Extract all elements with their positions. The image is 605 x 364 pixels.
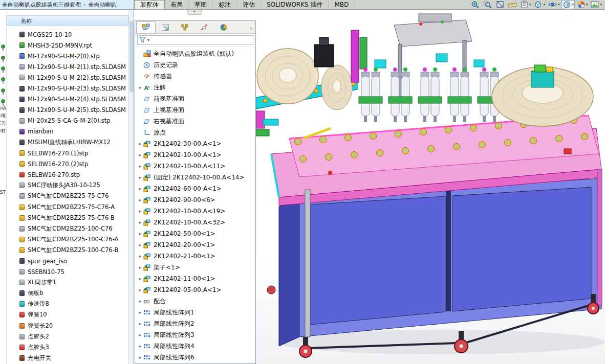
expand-arrow-icon[interactable]: ▸ bbox=[137, 175, 143, 180]
file-item[interactable]: MI-12x90-S-U-M-2(0).stp bbox=[7, 51, 129, 61]
expand-arrow-icon[interactable]: ▸ bbox=[137, 287, 143, 292]
file-item[interactable]: SELBW16-270.stp bbox=[7, 169, 129, 180]
file-item[interactable]: 侧板b bbox=[7, 288, 129, 299]
displaymanager-tab[interactable] bbox=[214, 21, 233, 33]
expand-arrow-icon[interactable]: ▸ bbox=[137, 164, 143, 169]
fm-pane-expand-icon[interactable]: › bbox=[250, 25, 255, 33]
tree-filter-box[interactable]: ▾ bbox=[137, 35, 253, 45]
appearance-icon[interactable]: ▾ bbox=[576, 0, 589, 9]
file-item[interactable]: 传送带8 bbox=[7, 299, 129, 309]
breadcrumb-item[interactable]: 全自动喇叭点胶组装机三维套图 bbox=[2, 1, 81, 9]
file-item[interactable]: SMC气缸CDM2BZ25-75-C76-A bbox=[7, 202, 129, 213]
expand-arrow-icon[interactable]: ▸ bbox=[137, 321, 143, 326]
breadcrumb[interactable]: 全自动喇叭点胶组装机三维套图 › 全自动喇叭 bbox=[0, 0, 134, 9]
tree-item[interactable]: ▸2K12402-20-00<1> bbox=[135, 239, 255, 251]
file-item[interactable]: SMC浮动接头JA30-10-125 bbox=[7, 180, 129, 191]
expand-arrow-icon[interactable]: ▸ bbox=[137, 310, 143, 315]
expand-arrow-icon[interactable]: ▸ bbox=[137, 332, 143, 337]
expand-arrow-icon[interactable]: ▸ bbox=[137, 265, 143, 270]
tree-item[interactable]: ▸局部线性阵列1 bbox=[135, 307, 255, 318]
ribbon-tab-布局[interactable]: 布局 bbox=[165, 0, 189, 9]
file-item[interactable]: SMC气缸CDM2BZ25-75-C76 bbox=[7, 191, 129, 201]
tree-item[interactable]: ▸2K12402-10-00.A<19> bbox=[135, 206, 255, 217]
expand-arrow-icon[interactable]: ▸ bbox=[137, 242, 143, 247]
zoom-area-icon[interactable] bbox=[482, 0, 493, 9]
tree-item[interactable]: ▸(固定) 2K12402-10-00.A<14> bbox=[135, 172, 255, 183]
expand-arrow-icon[interactable]: ▸ bbox=[137, 141, 143, 146]
file-item[interactable]: spur gear_iso bbox=[7, 256, 129, 266]
file-item[interactable]: mianban bbox=[7, 126, 129, 137]
tree-item[interactable]: ▸局部线性阵列6 bbox=[135, 352, 255, 363]
tree-item[interactable]: ▸局部线性阵列3 bbox=[135, 329, 255, 340]
expand-arrow-icon[interactable]: ▸ bbox=[137, 254, 143, 259]
expand-arrow-icon[interactable]: ▸ bbox=[137, 299, 143, 304]
file-item[interactable]: MI-12x90-S-U-M-2(3).stp.SLDASM bbox=[7, 83, 129, 94]
name-column-header[interactable]: 名称 bbox=[7, 15, 128, 26]
filter-funnel-icon[interactable] bbox=[139, 35, 146, 45]
file-item[interactable]: SSEBN10-75 bbox=[7, 266, 129, 277]
measure-icon[interactable] bbox=[507, 0, 518, 9]
tree-item[interactable]: 上视基准面 bbox=[135, 104, 255, 116]
tree-item[interactable]: ▸架子<1> bbox=[135, 262, 255, 273]
expand-arrow-icon[interactable]: ▸ bbox=[137, 152, 143, 157]
file-item[interactable]: SELBW16-270.(1)stp bbox=[7, 148, 129, 158]
expand-arrow-icon[interactable]: ▸ bbox=[137, 186, 143, 191]
propertymanager-tab[interactable] bbox=[156, 21, 175, 33]
tree-item-partial[interactable]: ▸ bbox=[135, 363, 255, 363]
tree-item[interactable]: ▸2K12402-30-00.A<1> bbox=[135, 138, 255, 149]
tree-item[interactable]: 传感器 bbox=[135, 71, 255, 82]
tree-item[interactable]: ▸2K12402-21-00<1> bbox=[135, 251, 255, 262]
file-item[interactable]: 弹簧10 bbox=[7, 309, 129, 320]
file-item[interactable]: SMC气缸CDM2BZ25-100-C76-B bbox=[7, 245, 129, 256]
tree-item[interactable]: ▸局部线性阵列2 bbox=[135, 318, 255, 329]
tree-item[interactable]: ▸2K12402-10-00.A<1> bbox=[135, 149, 255, 161]
file-item[interactable]: 弹簧长20 bbox=[7, 321, 129, 331]
file-item[interactable]: MI-12x90-S-U-M-2(1).stp.SLDASM bbox=[7, 61, 129, 72]
tree-item[interactable]: ▸配合 bbox=[135, 295, 255, 307]
scrollbar-thumb[interactable] bbox=[129, 21, 134, 93]
file-item[interactable]: SMC气缸CDM2BZ25-75-C76-B bbox=[7, 213, 129, 223]
file-item[interactable]: SMC气缸CDM2BZ25-100-C76-A bbox=[7, 234, 129, 245]
tree-item[interactable]: ▸2K12402-90-00<6> bbox=[135, 194, 255, 206]
tree-item[interactable]: ▸2K12402-50-00<1> bbox=[135, 228, 255, 239]
file-item[interactable]: MI-12x90-S-U-M-2(2).stp.SLDASM bbox=[7, 72, 129, 83]
file-item[interactable]: MHSH3-25D-M9NV.rpt bbox=[7, 40, 129, 51]
tree-item[interactable]: 历史记录 bbox=[135, 59, 255, 71]
breadcrumb-item[interactable]: 全自动喇叭 bbox=[88, 1, 116, 9]
file-item[interactable]: SELBW16-270.(2)stp bbox=[7, 158, 129, 169]
section-view-icon[interactable] bbox=[494, 0, 505, 9]
file-item[interactable]: 光电开关 bbox=[7, 353, 129, 363]
ribbon-tab-MBD[interactable]: MBD bbox=[329, 0, 355, 9]
tree-item[interactable]: ▸A注解 bbox=[135, 82, 255, 93]
ribbon-tab-SOLIDWORKS 插件[interactable]: SOLIDWORKS 插件 bbox=[261, 0, 329, 9]
tree-item[interactable]: 前视基准面 bbox=[135, 93, 255, 104]
expand-arrow-icon[interactable]: ▸ bbox=[137, 85, 143, 90]
expand-arrow-icon[interactable]: ▸ bbox=[137, 276, 143, 281]
featuremanager-tree-tab[interactable] bbox=[136, 21, 156, 33]
file-item[interactable]: MI-12x90-S-U-M-2(4).stp.SLDASM bbox=[7, 94, 129, 105]
expand-arrow-icon[interactable]: ▸ bbox=[137, 344, 143, 349]
file-item[interactable]: 点胶头2 bbox=[7, 331, 129, 342]
view-orientation-icon[interactable]: ▾ bbox=[533, 0, 546, 9]
file-item[interactable]: MISUMI直线轴承LHIRW-MX12 bbox=[7, 137, 129, 148]
file-item[interactable]: XL同步带1 bbox=[7, 277, 129, 288]
tree-item[interactable]: ▸局部线性阵列4 bbox=[135, 340, 255, 352]
expand-arrow-icon[interactable]: ▸ bbox=[137, 197, 143, 202]
expand-arrow-icon[interactable]: ▸ bbox=[137, 220, 143, 225]
ribbon-tab-评估[interactable]: 评估 bbox=[237, 0, 261, 9]
tree-item[interactable]: 右视基准面 bbox=[135, 116, 255, 127]
file-item[interactable]: MCGS25-10-10 bbox=[7, 29, 129, 40]
tree-item[interactable]: 原点 bbox=[135, 127, 255, 138]
ribbon-pin-handle-icon[interactable]: ▾ bbox=[187, 10, 202, 15]
tree-item[interactable]: ▸2K12402-10-00.A<11> bbox=[135, 161, 255, 172]
ribbon-tab-装配体[interactable]: 装配体 bbox=[134, 0, 165, 9]
scene-icon[interactable]: ▾ bbox=[590, 0, 602, 9]
hide-show-icon[interactable]: ▾ bbox=[547, 0, 560, 9]
ribbon-tab-草图[interactable]: 草图 bbox=[189, 0, 213, 9]
file-item[interactable]: SMC气缸CDM2BZ25-100-C76 bbox=[7, 223, 129, 234]
clipboard-icon[interactable]: ▾ bbox=[520, 0, 532, 9]
tree-item[interactable]: ▸2K12402-11-00<1> bbox=[135, 273, 255, 284]
file-item[interactable]: MI-20x25-S-CA-G-M-2(0).stp bbox=[7, 116, 129, 126]
tree-item[interactable]: ▸2K12402-10-00.A<32> bbox=[135, 217, 255, 228]
configurationmanager-tab[interactable] bbox=[175, 21, 195, 33]
